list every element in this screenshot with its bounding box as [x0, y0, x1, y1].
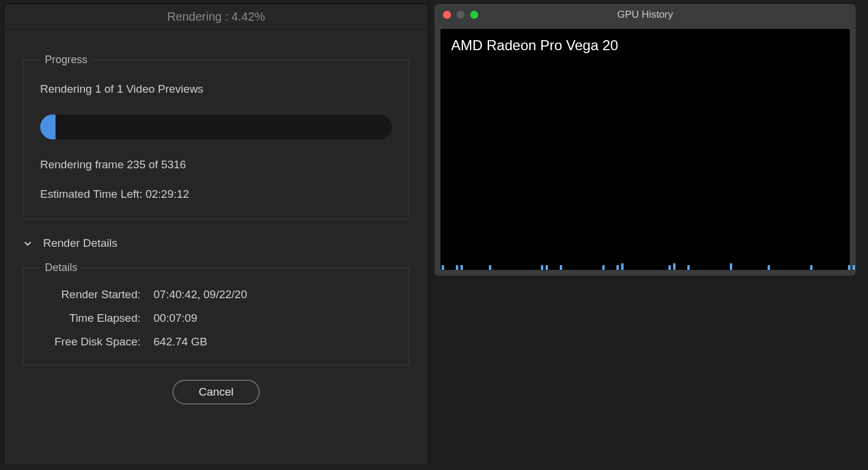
gpu-usage-bar [546, 265, 548, 270]
detail-value: 00:07:09 [154, 312, 197, 325]
progress-eta-text: Estimated Time Left: 02:29:12 [40, 188, 392, 201]
window-zoom-button[interactable] [470, 11, 478, 19]
gpu-window-title: GPU History [617, 9, 673, 21]
gpu-usage-bar [489, 265, 491, 270]
gpu-usage-bar [461, 265, 463, 270]
render-details-disclosure[interactable]: Render Details [23, 237, 428, 250]
progress-frame-text: Rendering frame 235 of 5316 [40, 158, 392, 171]
gpu-usage-bar [456, 265, 458, 270]
gpu-usage-bar [668, 265, 671, 270]
dialog-button-row: Cancel [4, 380, 428, 404]
gpu-window-titlebar[interactable]: GPU History [435, 4, 856, 25]
gpu-history-body: AMD Radeon Pro Vega 20 [440, 29, 850, 270]
progress-bar [40, 115, 392, 139]
gpu-usage-bar [730, 263, 732, 270]
gpu-usage-bar [853, 265, 855, 270]
gpu-usage-bar [541, 265, 543, 270]
progress-group: Progress Rendering 1 of 1 Video Previews… [23, 54, 409, 219]
gpu-usage-bar [560, 265, 562, 270]
gpu-usage-bar [442, 265, 444, 270]
gpu-usage-bar [616, 265, 619, 270]
gpu-usage-bar [621, 263, 624, 270]
detail-row-free-disk-space: Free Disk Space: 642.74 GB [40, 335, 392, 348]
gpu-usage-bar [687, 265, 690, 270]
detail-row-time-elapsed: Time Elapsed: 00:07:09 [40, 312, 392, 325]
progress-task-text: Rendering 1 of 1 Video Previews [40, 83, 392, 96]
progress-bar-fill [40, 115, 56, 139]
window-close-button[interactable] [443, 11, 451, 19]
window-minimize-button[interactable] [456, 11, 465, 19]
gpu-usage-bar [810, 265, 812, 270]
gpu-usage-graph [440, 29, 850, 270]
dialog-title: Rendering : 4.42% [167, 10, 265, 24]
detail-label: Free Disk Space: [40, 335, 141, 348]
rendering-dialog: Rendering : 4.42% Progress Rendering 1 o… [4, 4, 429, 465]
gpu-usage-bar [673, 263, 676, 270]
gpu-usage-bar [848, 265, 850, 270]
gpu-usage-bar [602, 265, 605, 270]
detail-row-render-started: Render Started: 07:40:42, 09/22/20 [40, 288, 392, 301]
dialog-titlebar[interactable]: Rendering : 4.42% [4, 4, 428, 30]
detail-value: 07:40:42, 09/22/20 [154, 288, 247, 301]
gpu-history-window: GPU History AMD Radeon Pro Vega 20 [434, 4, 856, 276]
detail-label: Render Started: [40, 288, 141, 301]
cancel-button[interactable]: Cancel [172, 380, 259, 404]
gpu-usage-bar [768, 265, 770, 270]
details-group: Details Render Started: 07:40:42, 09/22/… [23, 262, 409, 365]
render-details-label: Render Details [43, 237, 118, 250]
window-traffic-lights [443, 11, 478, 19]
chevron-down-icon [23, 239, 32, 248]
detail-label: Time Elapsed: [40, 312, 141, 325]
progress-legend: Progress [40, 54, 92, 66]
detail-value: 642.74 GB [154, 335, 207, 348]
details-legend: Details [40, 262, 82, 274]
